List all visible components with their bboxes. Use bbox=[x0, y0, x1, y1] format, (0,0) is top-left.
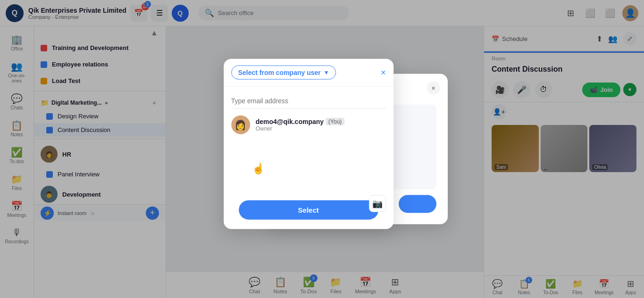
select-company-label: Select from company user bbox=[238, 69, 321, 76]
email-input[interactable] bbox=[231, 93, 386, 109]
select-button[interactable]: Select bbox=[239, 200, 378, 220]
user-email-text: demo4@qik.company bbox=[256, 118, 324, 125]
new-room-close-btn[interactable]: × bbox=[427, 82, 440, 95]
screenshot-icon: 📷 bbox=[372, 199, 383, 209]
select-chevron-icon: ▼ bbox=[324, 69, 329, 76]
select-button-area: Select 📷 bbox=[224, 191, 393, 220]
select-user-popup: Select from company user ▼ × 👩 demo4@qik… bbox=[224, 59, 393, 229]
user-avatar-pic: 👩 bbox=[231, 116, 250, 134]
modal-action-btn[interactable] bbox=[399, 195, 436, 213]
user-info-area: demo4@qik.company (You) Owner bbox=[256, 118, 386, 132]
select-user-popup-container: Select from company user ▼ × 👩 demo4@qik… bbox=[224, 59, 393, 229]
user-list-item: 👩 demo4@qik.company (You) Owner bbox=[224, 109, 393, 134]
you-badge: (You) bbox=[326, 118, 344, 125]
select-popup-header: Select from company user ▼ × bbox=[224, 59, 393, 87]
user-email-row: demo4@qik.company (You) bbox=[256, 118, 386, 125]
select-from-company-btn[interactable]: Select from company user ▼ bbox=[231, 66, 336, 80]
screenshot-btn[interactable]: 📷 bbox=[369, 195, 386, 212]
select-popup-close-btn[interactable]: × bbox=[381, 67, 386, 77]
user-list-spacer bbox=[224, 134, 393, 191]
user-role-text: Owner bbox=[256, 125, 386, 132]
